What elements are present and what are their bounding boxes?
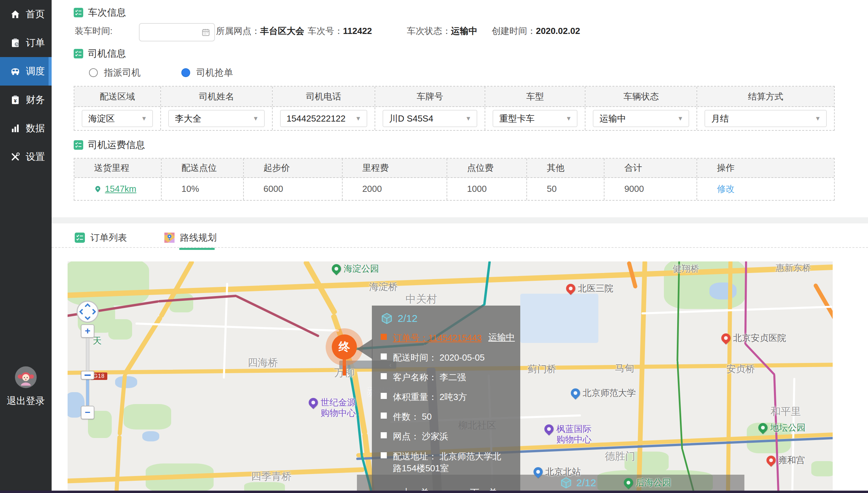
- dropdown-select[interactable]: 海淀区▼: [82, 110, 153, 127]
- total-value: 9000: [604, 178, 697, 200]
- tab-label: 订单列表: [90, 232, 127, 244]
- detail-text: 网点： 沙家浜: [393, 431, 448, 442]
- popup-arrow: [357, 339, 373, 359]
- distance-link[interactable]: 1547km: [105, 184, 137, 194]
- column-header: 车牌号: [375, 87, 485, 107]
- trip-status-value: 运输中: [451, 25, 477, 37]
- label-text: 北医三院: [578, 283, 613, 294]
- map-label-haidian-bridge: 海淀桥: [369, 281, 398, 293]
- dropdown-select[interactable]: 运输中▼: [593, 110, 689, 127]
- map-road: [235, 295, 320, 337]
- edit-link[interactable]: 修改: [717, 183, 735, 195]
- detail-text: 体积重量： 2吨3方: [393, 391, 467, 403]
- dropdown-select[interactable]: 重型卡车▼: [493, 110, 577, 127]
- freight-col-base-price: 起步价 6000: [244, 159, 343, 200]
- selected-value: 重型卡车: [499, 113, 535, 125]
- label-text: 蓟门桥: [528, 363, 556, 375]
- beijing-normal-university-pin-icon: [569, 386, 582, 399]
- map-label-yonghegong: 雍和宫: [766, 455, 805, 465]
- wrench-icon: [10, 152, 20, 162]
- radio-driver-grab[interactable]: 司机抢单: [181, 67, 233, 79]
- label-text: 海淀桥: [369, 281, 398, 293]
- popup-detail-row: 配送地址： 北京师范大学北路154楼501室: [381, 451, 512, 474]
- sidebar-item-settings[interactable]: 设置: [0, 143, 52, 171]
- detail-text: 客户名称： 李二强: [393, 371, 466, 383]
- map-label-beijing-normal-university: 北京师范大学: [571, 388, 636, 398]
- map-label-ditan-park: 地坛公园: [758, 422, 806, 433]
- zoom-out-button[interactable]: −: [81, 406, 94, 419]
- sidebar-item-orders[interactable]: 订单: [0, 29, 52, 57]
- trip-status-label: 车次状态：: [407, 25, 451, 37]
- dropdown-select[interactable]: 川D S45S4▼: [383, 110, 477, 127]
- dropdown-select[interactable]: 李大全▼: [168, 110, 265, 127]
- order-number-link[interactable]: 订单号：11454215443: [393, 332, 482, 344]
- tab-route-plan[interactable]: 路线规划: [164, 232, 217, 244]
- label-text: 惠新东桥: [776, 263, 811, 273]
- map-label-beiyi-sanyuan-hospital: 北医三院: [566, 283, 613, 294]
- shijijinyuan-mall-pin-icon: [307, 396, 320, 409]
- radio-unchecked-icon: [89, 68, 98, 77]
- column-header: 车辆状态: [585, 87, 697, 107]
- sidebar-item-finance[interactable]: ¥ 财务: [0, 86, 52, 114]
- driver-filter-col: 车牌号川D S45S4▼: [375, 87, 485, 130]
- label-text: 世纪金源 购物中心: [321, 397, 356, 418]
- popup-detail-row: 客户名称： 李二强: [381, 371, 512, 383]
- sidebar-item-data[interactable]: 数据: [0, 114, 52, 143]
- detail-text: 配送地址： 北京师范大学北路154楼501室: [393, 451, 505, 474]
- mileage-fee-value: 2000: [343, 178, 447, 200]
- radio-assign-driver[interactable]: 指派司机: [89, 67, 141, 79]
- counter-text: 2/12: [576, 477, 596, 489]
- white-square-bullet: [381, 373, 387, 379]
- column-header: 车型: [485, 87, 585, 107]
- column-header: 操作: [697, 159, 834, 178]
- logout-button[interactable]: 退出登录: [0, 395, 52, 407]
- checklist-icon: [74, 140, 83, 150]
- zoom-in-button[interactable]: +: [81, 324, 94, 338]
- column-header: 点位费: [447, 159, 526, 178]
- end-marker[interactable]: 终: [332, 334, 357, 360]
- dropdown-select[interactable]: 月结▼: [705, 110, 827, 127]
- sidebar-item-label: 调度: [26, 65, 45, 78]
- sidebar-item-label: 设置: [26, 150, 45, 163]
- sidebar-item-label: 数据: [26, 122, 45, 135]
- route-map[interactable]: + − G18 海淀公园海淀桥中关村健翔桥惠新东桥北医三院北京安贞医院安贞桥蓟门…: [68, 261, 833, 492]
- location-pin-icon: [94, 185, 102, 193]
- tabs: 订单列表 路线规划: [75, 232, 217, 244]
- sidebar-item-dispatch[interactable]: 调度: [0, 57, 52, 86]
- label-text: 北京安贞医院: [733, 333, 786, 343]
- driver-filter-col: 车型重型卡车▼: [485, 87, 585, 130]
- map-label-houhai-park: 后海公园: [624, 477, 671, 488]
- section-title: 司机信息: [88, 47, 126, 60]
- trip-section-header: 车次信息: [74, 6, 126, 19]
- zoom-slider-handle[interactable]: [81, 371, 94, 380]
- chevron-down-icon: ▼: [465, 115, 471, 122]
- driver-filter-col: 司机电话154425222122▼: [273, 87, 375, 130]
- counter-text: 2/12: [398, 313, 417, 324]
- zoom-track[interactable]: [86, 338, 89, 406]
- sidebar: 首页 订单 调度 ¥ 财务 数据 设置: [0, 0, 52, 493]
- map-label-anzhen-bridge: 安贞桥: [726, 363, 755, 375]
- sidebar-item-home[interactable]: 首页: [0, 0, 52, 29]
- map-label-sihai-bridge: 四海桥: [248, 357, 278, 369]
- label-text: 中关村: [405, 293, 437, 305]
- chevron-down-icon: ▼: [677, 115, 683, 122]
- order-status-link[interactable]: 运输中: [488, 331, 515, 343]
- column-header: 司机姓名: [161, 87, 272, 107]
- driver-filter-col: 配送区域海淀区▼: [74, 87, 161, 130]
- map-pan-control[interactable]: [76, 300, 99, 323]
- column-header: 其他: [527, 159, 604, 178]
- label-text: 北京师范大学: [583, 388, 636, 398]
- label-text: 四海桥: [248, 357, 278, 369]
- other-fee-value: 50: [527, 178, 604, 200]
- package-icon: [381, 312, 393, 325]
- map-label-jimen-bridge: 蓟门桥: [528, 363, 556, 375]
- label-text: 德胜门: [605, 450, 635, 462]
- tab-order-list[interactable]: 订单列表: [75, 232, 127, 244]
- column-header: 配送区域: [74, 87, 160, 107]
- load-time-input[interactable]: [139, 23, 215, 41]
- dropdown-select[interactable]: 154425222122▼: [280, 110, 367, 127]
- checklist-icon: [74, 49, 83, 58]
- driver-filter-table: 配送区域海淀区▼司机姓名李大全▼司机电话154425222122▼车牌号川D S…: [74, 86, 835, 131]
- radio-label: 指派司机: [104, 67, 141, 79]
- popup-detail-row: 配送时间： 2020-05-05: [381, 352, 512, 364]
